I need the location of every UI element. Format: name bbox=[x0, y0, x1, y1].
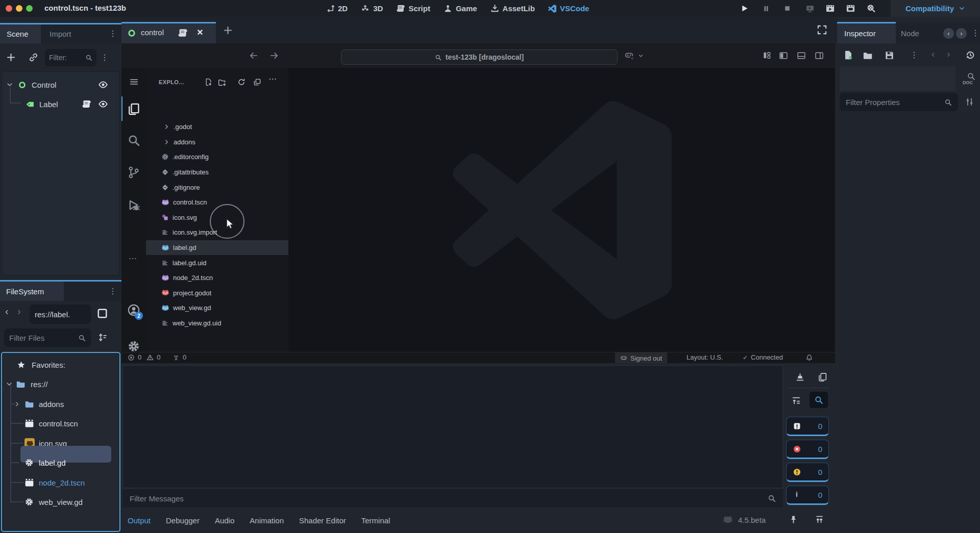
fs-item-webview-gd[interactable]: web_view.gd bbox=[2, 493, 119, 511]
counter-errors[interactable]: 0 bbox=[786, 440, 829, 459]
fs-item-label-gd[interactable]: label.gd bbox=[2, 454, 119, 471]
settings-gear-icon[interactable] bbox=[127, 340, 140, 353]
split-view-icon[interactable] bbox=[96, 308, 108, 319]
tab-node[interactable]: Node bbox=[901, 23, 919, 43]
scene-filter-input[interactable]: Filter: bbox=[45, 49, 96, 66]
history-back-icon[interactable]: ‹ bbox=[5, 306, 9, 317]
file-row-project-godot[interactable]: project.godot bbox=[146, 286, 288, 301]
customize-layout-icon[interactable] bbox=[763, 51, 771, 60]
tab-inspector[interactable]: Inspector bbox=[837, 23, 896, 43]
tab-output[interactable]: Output bbox=[128, 516, 151, 525]
current-path-field[interactable]: res://label. bbox=[30, 304, 91, 324]
workspace-game[interactable]: Game bbox=[444, 4, 477, 13]
counter-important[interactable]: 0 bbox=[786, 417, 829, 436]
file-row-webview-gd-uid[interactable]: web_view.gd.uid bbox=[146, 316, 288, 331]
history-icon[interactable] bbox=[965, 50, 975, 60]
explorer-view-icon[interactable] bbox=[127, 103, 140, 116]
run-debug-view-icon[interactable] bbox=[127, 198, 140, 212]
file-row-gitattributes[interactable]: .gitattributes bbox=[146, 165, 288, 180]
scene-tab-control[interactable]: control × bbox=[121, 23, 216, 43]
toggle-panel-icon[interactable] bbox=[797, 51, 806, 60]
instance-scene-icon[interactable] bbox=[29, 53, 38, 62]
copilot-status[interactable]: Signed out bbox=[615, 352, 667, 364]
scene-node-control[interactable]: Control bbox=[2, 76, 119, 93]
extra-filter-options-icon[interactable] bbox=[965, 97, 974, 107]
load-resource-icon[interactable] bbox=[863, 50, 873, 61]
script-icon[interactable] bbox=[178, 28, 187, 38]
edit-forward-icon[interactable]: › bbox=[947, 48, 950, 60]
stop-button[interactable] bbox=[783, 5, 791, 12]
counter-messages[interactable]: 0 bbox=[786, 486, 829, 505]
file-row-webview-gd[interactable]: web_view.gd bbox=[146, 300, 288, 316]
new-resource-icon[interactable] bbox=[843, 50, 853, 60]
new-file-icon[interactable] bbox=[204, 78, 212, 86]
filter-messages-input[interactable]: Filter Messages bbox=[122, 489, 783, 507]
resource-options-icon[interactable]: ⋮ bbox=[910, 50, 919, 60]
close-tab-icon[interactable]: × bbox=[197, 27, 203, 38]
editor-area[interactable] bbox=[288, 68, 835, 352]
workspace-3d[interactable]: 3D bbox=[361, 4, 383, 13]
tab-filesystem[interactable]: FileSystem bbox=[0, 282, 64, 301]
refresh-explorer-icon[interactable] bbox=[237, 78, 246, 86]
new-scene-tab-icon[interactable] bbox=[223, 26, 233, 35]
tab-scene[interactable]: Scene bbox=[0, 24, 41, 43]
tab-audio[interactable]: Audio bbox=[215, 516, 234, 525]
file-row-gitignore[interactable]: .gitignore bbox=[146, 180, 288, 195]
play-button[interactable] bbox=[740, 4, 749, 13]
collapse-messages-icon[interactable] bbox=[791, 396, 801, 406]
scene-toolbar-menu-icon[interactable]: ⋮ bbox=[101, 53, 109, 62]
scene-dock-menu-icon[interactable]: ⋮ bbox=[109, 29, 117, 38]
command-center-searchbar[interactable]: test-123b [dragoslocal] bbox=[341, 49, 618, 65]
output-log[interactable] bbox=[122, 365, 783, 488]
save-resource-icon[interactable] bbox=[885, 50, 894, 60]
filter-files-input[interactable]: Filter Files bbox=[4, 328, 91, 347]
maximize-window-button[interactable] bbox=[26, 5, 33, 12]
movie-writer-icon[interactable] bbox=[846, 4, 855, 13]
fs-item-res[interactable]: res:// bbox=[2, 375, 119, 393]
fs-item-control-tscn[interactable]: control.tscn bbox=[2, 415, 119, 432]
new-folder-icon[interactable] bbox=[218, 78, 227, 87]
search-messages-button[interactable] bbox=[810, 392, 828, 408]
add-node-icon[interactable] bbox=[6, 53, 16, 62]
remote-status[interactable]: ✓ Connected bbox=[743, 353, 783, 361]
file-row-godot-folder[interactable]: .godot bbox=[146, 119, 288, 135]
counter-warnings[interactable]: 0 bbox=[786, 463, 829, 482]
history-forward-icon[interactable]: › bbox=[17, 306, 21, 317]
problems-status[interactable]: 0 0 bbox=[128, 353, 160, 361]
file-row-label-gd-uid[interactable]: label.gd.uid bbox=[146, 255, 288, 270]
nav-forward-icon[interactable] bbox=[270, 51, 279, 60]
dock-tab-next-icon[interactable]: › bbox=[956, 28, 967, 39]
pause-button[interactable] bbox=[762, 5, 770, 13]
nav-back-icon[interactable] bbox=[249, 51, 258, 60]
script-icon[interactable] bbox=[82, 99, 91, 109]
expand-editor-icon[interactable] bbox=[817, 24, 827, 35]
notifications-bell-icon[interactable] bbox=[805, 354, 813, 362]
workspace-script[interactable]: Script bbox=[396, 4, 430, 13]
tab-shader-editor[interactable]: Shader Editor bbox=[299, 516, 346, 525]
dock-tab-prev-icon[interactable]: ‹ bbox=[943, 28, 954, 39]
fs-item-favorites[interactable]: Favorites: bbox=[2, 356, 119, 373]
visibility-eye-icon[interactable] bbox=[98, 99, 108, 109]
copilot-account-icon[interactable]: × bbox=[624, 50, 634, 60]
more-views-icon[interactable]: ⋯ bbox=[129, 253, 137, 263]
keyboard-layout-status[interactable]: Layout: U.S. bbox=[687, 353, 723, 361]
search-view-icon[interactable] bbox=[127, 134, 140, 147]
tab-import[interactable]: Import bbox=[50, 24, 71, 43]
chevron-down-icon[interactable] bbox=[6, 380, 13, 388]
remote-debug-icon[interactable] bbox=[805, 4, 815, 13]
filter-properties-input[interactable]: Filter Properties bbox=[840, 93, 958, 111]
fs-item-node2d-tscn[interactable]: node_2d.tscn bbox=[2, 474, 119, 491]
tab-debugger[interactable]: Debugger bbox=[166, 516, 200, 525]
chevron-right-icon[interactable] bbox=[14, 401, 20, 408]
workspace-vscode[interactable]: VSCode bbox=[548, 4, 590, 13]
workspace-assetlib[interactable]: AssetLib bbox=[491, 4, 535, 13]
file-row-label-gd[interactable]: label.gd bbox=[146, 240, 288, 256]
menu-hamburger-icon[interactable] bbox=[129, 77, 139, 87]
tab-animation[interactable]: Animation bbox=[250, 516, 284, 525]
file-row-node2d-tscn[interactable]: node_2d.tscn bbox=[146, 270, 288, 286]
movie-play-icon[interactable] bbox=[825, 4, 835, 13]
clear-output-icon[interactable] bbox=[795, 372, 805, 382]
toggle-secondary-sidebar-icon[interactable] bbox=[815, 51, 824, 60]
file-row-addons-folder[interactable]: addons bbox=[146, 135, 288, 150]
filesystem-menu-icon[interactable]: ⋮ bbox=[109, 286, 117, 296]
